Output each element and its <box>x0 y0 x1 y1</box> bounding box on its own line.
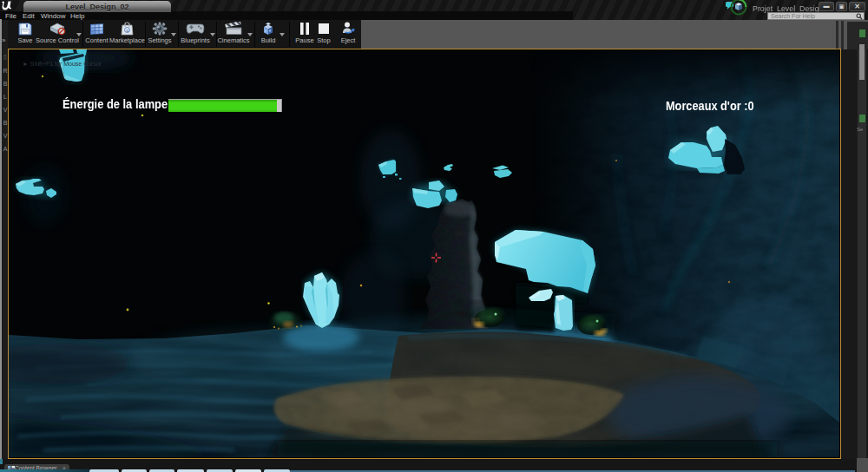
svg-text:► Shift+F1 for Mouse Cursor: ► Shift+F1 for Mouse Cursor <box>23 61 102 67</box>
svg-text:u: u <box>126 28 128 33</box>
